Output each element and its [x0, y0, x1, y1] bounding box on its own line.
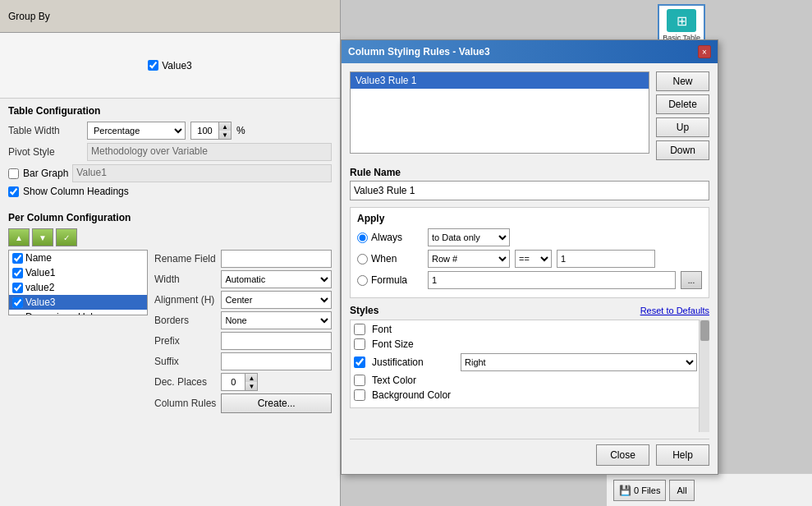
per-column-label: Per Column Configuration	[8, 212, 332, 223]
column-item-value1[interactable]: Value1	[9, 265, 147, 280]
rules-buttons: New Delete Up Down	[656, 71, 709, 160]
reset-link[interactable]: Reset to Defaults	[640, 306, 709, 315]
formula-radio[interactable]	[357, 275, 368, 286]
close-footer-btn[interactable]: Close	[596, 444, 649, 466]
always-radio-label[interactable]: Always	[357, 232, 423, 243]
up-rule-btn[interactable]: Up	[656, 117, 709, 137]
left-panel: Group By Value3 Table Configuration Tabl…	[0, 0, 341, 506]
rule-name-input[interactable]: Value3 Rule 1	[350, 181, 709, 200]
check-btn[interactable]: ✓	[56, 228, 77, 246]
justification-checkbox[interactable]	[354, 356, 365, 368]
justification-select[interactable]: Left Center Right	[461, 353, 697, 371]
all-btn[interactable]: All	[669, 480, 694, 501]
dec-places-input[interactable]	[221, 373, 245, 391]
dec-places-up[interactable]: ▲	[245, 374, 257, 382]
table-width-up[interactable]: ▲	[219, 122, 231, 131]
move-down-btn[interactable]: ▼	[32, 228, 53, 246]
font-size-checkbox[interactable]	[354, 338, 365, 350]
bar-graph-row: Bar Graph Value1	[8, 164, 332, 182]
when-value-input[interactable]	[557, 250, 655, 268]
table-width-select[interactable]: Percentage Fixed	[87, 122, 186, 140]
font-checkbox[interactable]	[354, 324, 365, 335]
text-color-checkbox[interactable]	[354, 375, 365, 386]
column-item-value2[interactable]: value2	[9, 280, 147, 295]
show-headings-checkbox[interactable]	[8, 186, 19, 197]
bottom-bar: 💾 0 Files All	[607, 473, 812, 506]
style-row-bg-color: Background Color	[354, 389, 697, 401]
columns-and-props: Name Value1 value2 Value3 Dynamic or Unk…	[8, 250, 332, 413]
prefix-prop-label: Prefix	[154, 335, 216, 347]
formula-input[interactable]	[428, 271, 676, 289]
always-radio[interactable]	[357, 232, 368, 243]
table-width-input[interactable]	[190, 122, 219, 140]
styles-title: Styles	[350, 305, 378, 316]
bar-graph-checkbox[interactable]	[8, 168, 19, 179]
apply-section: Apply Always to Data only to All When	[350, 207, 709, 298]
show-headings-row: Show Column Headings	[8, 186, 332, 197]
styles-scrollbar-track[interactable]	[699, 320, 709, 432]
width-prop-select[interactable]: Automatic Fixed	[221, 270, 332, 288]
bg-color-label: Background Color	[372, 389, 454, 401]
when-row: When Row # Column # == != < >	[357, 250, 702, 268]
dialog-body: Value3 Rule 1 New Delete Up Down Rule Na…	[342, 63, 718, 474]
formula-radio-label[interactable]: Formula	[357, 274, 423, 286]
dec-places-down[interactable]: ▼	[245, 382, 257, 390]
pivot-style-label: Pivot Style	[8, 146, 82, 158]
style-row-font-size: Font Size	[354, 338, 697, 350]
dialog-close-btn[interactable]: ×	[698, 45, 711, 58]
when-field-select[interactable]: Row # Column #	[428, 250, 510, 268]
when-op-select[interactable]: == != < >	[515, 250, 552, 268]
create-btn[interactable]: Create...	[221, 393, 332, 413]
table-width-row: Table Width Percentage Fixed ▲ ▼ %	[8, 122, 332, 140]
when-radio[interactable]	[357, 254, 368, 264]
when-radio-label[interactable]: When	[357, 253, 423, 264]
always-data-select[interactable]: to Data only to All	[428, 228, 510, 246]
style-row-justification: Justification Left Center Right	[354, 353, 697, 371]
font-size-label: Font Size	[372, 338, 454, 350]
rule-item-0-label: Value3 Rule 1	[356, 75, 417, 86]
show-headings-label: Show Column Headings	[23, 186, 129, 197]
column-item-dynamic[interactable]: Dynamic or Unknown Fields	[9, 310, 147, 315]
save-icon: 💾	[619, 485, 631, 496]
rename-field-input[interactable]	[221, 250, 332, 268]
suffix-prop-label: Suffix	[154, 356, 216, 367]
files-btn[interactable]: 💾 0 Files	[613, 480, 666, 501]
column-list[interactable]: Name Value1 value2 Value3 Dynamic or Unk…	[8, 250, 148, 315]
rule-item-0[interactable]: Value3 Rule 1	[351, 72, 649, 89]
formula-row: Formula ...	[357, 271, 702, 289]
table-config-section: Table Configuration Table Width Percenta…	[0, 99, 340, 207]
dec-places-arrows: ▲ ▼	[245, 373, 258, 391]
column-item-value3[interactable]: Value3	[9, 295, 147, 310]
style-row-font: Font	[354, 324, 697, 335]
when-label-text: When	[371, 253, 397, 264]
column-item-name[interactable]: Name	[9, 251, 147, 265]
prefix-prop-input[interactable]	[221, 332, 332, 350]
alignment-prop-select[interactable]: Left Center Right	[221, 291, 332, 309]
value3-checkbox-top[interactable]	[148, 60, 158, 71]
styles-header: Styles Reset to Defaults	[350, 305, 709, 316]
bg-color-checkbox[interactable]	[354, 389, 365, 401]
group-by-label: Group By	[8, 11, 50, 22]
bar-graph-label: Bar Graph	[23, 168, 68, 179]
down-rule-btn[interactable]: Down	[656, 140, 709, 160]
font-label: Font	[372, 324, 454, 335]
styles-list-wrapper: Font Font Size Justification Left Center	[350, 320, 709, 432]
rename-field-label: Rename Field	[154, 253, 216, 264]
formula-browse-btn[interactable]: ...	[681, 271, 702, 289]
dialog-footer: Close Help	[350, 439, 709, 466]
borders-prop-select[interactable]: None All Outside	[221, 311, 332, 329]
text-color-label: Text Color	[372, 375, 454, 386]
dec-places-prop-label: Dec. Places	[154, 376, 216, 388]
alignment-prop-label: Alignment (H)	[154, 294, 216, 306]
suffix-prop-input[interactable]	[221, 352, 332, 370]
props-grid: Rename Field Width Automatic Fixed Align…	[154, 250, 332, 413]
table-config-title: Table Configuration	[8, 105, 332, 117]
help-footer-btn[interactable]: Help	[656, 444, 709, 466]
move-up-btn[interactable]: ▲	[8, 228, 30, 246]
column-styling-dialog: Column Styling Rules - Value3 × Value3 R…	[341, 39, 718, 475]
rules-list[interactable]: Value3 Rule 1	[350, 71, 649, 154]
basic-table-teal-icon: ⊞	[667, 9, 696, 32]
delete-rule-btn[interactable]: Delete	[656, 94, 709, 114]
table-width-down[interactable]: ▼	[219, 131, 231, 139]
new-rule-btn[interactable]: New	[656, 71, 709, 91]
